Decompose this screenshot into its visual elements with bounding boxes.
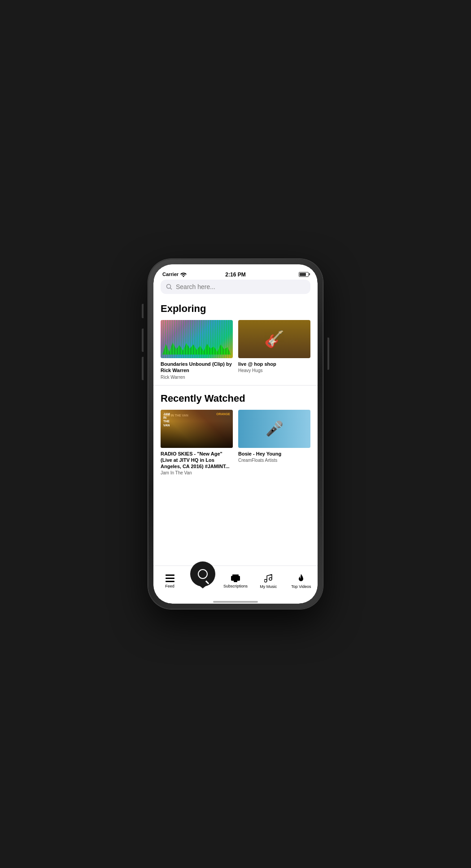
list-icon <box>166 574 174 583</box>
tab-topvideos-label: Top Videos <box>291 584 311 589</box>
phone-frame: Carrier 2:16 PM <box>148 259 323 609</box>
svg-rect-6 <box>232 574 239 576</box>
card-hopshop-title: live @ hop shop <box>238 361 310 367</box>
card-bosie-title: Bosie - Hey Young <box>238 451 310 457</box>
content-area: Exploring Boundaries Unbound (Clip) by R… <box>153 298 318 566</box>
card-radioskies[interactable]: JAMINTHEVAN ORANGE RADIO SKIES - "New Ag… <box>161 410 233 476</box>
status-bar: Carrier 2:16 PM <box>153 264 318 280</box>
exploring-section: Exploring Boundaries Unbound (Clip) by R… <box>153 298 318 383</box>
search-icon <box>166 284 172 290</box>
thumb-hopshop <box>238 320 310 358</box>
music-icon <box>264 574 272 583</box>
card-boundaries[interactable]: Boundaries Unbound (Clip) by Rick Warren… <box>161 320 233 380</box>
tab-feed-label: Feed <box>165 584 174 588</box>
search-bar[interactable] <box>161 280 310 294</box>
recently-watched-title: Recently Watched <box>161 393 310 404</box>
tab-mymusic-label: My Music <box>260 584 277 589</box>
home-indicator[interactable] <box>213 601 258 603</box>
status-left: Carrier <box>162 272 187 277</box>
search-center-icon <box>198 569 208 579</box>
carrier-label: Carrier <box>162 272 179 277</box>
card-bosie-artist: CreamFloats Artists <box>238 458 310 463</box>
tab-mymusic[interactable]: My Music <box>252 574 285 589</box>
tab-search-center[interactable] <box>186 561 219 587</box>
flame-icon <box>297 574 305 583</box>
card-boundaries-artist: Rick Warren <box>161 375 233 380</box>
recently-watched-cards: JAMINTHEVAN ORANGE RADIO SKIES - "New Ag… <box>161 410 310 476</box>
card-radioskies-title: RADIO SKIES - "New Age" (Live at JITV HQ… <box>161 451 233 470</box>
card-hopshop-artist: Heavy Hugs <box>238 368 310 373</box>
exploring-cards: Boundaries Unbound (Clip) by Rick Warren… <box>161 320 310 380</box>
search-center-button[interactable] <box>190 561 215 587</box>
tab-feed[interactable]: Feed <box>153 574 186 588</box>
section-divider <box>153 385 318 386</box>
svg-rect-3 <box>166 578 174 579</box>
recently-watched-section: Recently Watched JAMINTHEVAN ORANGE <box>153 387 318 479</box>
status-time: 2:16 PM <box>225 270 245 278</box>
tab-subscriptions[interactable]: Subscriptions <box>219 574 252 588</box>
card-hopshop[interactable]: live @ hop shop Heavy Hugs <box>238 320 310 380</box>
tab-bar: Feed Subscriptions <box>153 566 318 599</box>
svg-rect-2 <box>166 574 174 576</box>
card-bosie[interactable]: Bosie - Hey Young CreamFloats Artists <box>238 410 310 476</box>
status-right <box>299 272 309 277</box>
tab-topvideos[interactable]: Top Videos <box>285 574 318 589</box>
card-radioskies-artist: Jam In The Van <box>161 470 233 475</box>
thumb-radio: JAMINTHEVAN ORANGE <box>161 410 233 448</box>
phone-inner: Carrier 2:16 PM <box>153 264 318 604</box>
search-input[interactable] <box>176 283 305 290</box>
svg-rect-7 <box>234 581 237 582</box>
battery-icon <box>299 272 309 277</box>
thumb-boundaries <box>161 320 233 358</box>
exploring-title: Exploring <box>161 303 310 315</box>
svg-rect-5 <box>231 576 240 581</box>
wifi-icon <box>180 272 187 277</box>
subscriptions-icon <box>231 574 240 583</box>
thumb-bosie <box>238 410 310 448</box>
card-boundaries-title: Boundaries Unbound (Clip) by Rick Warren <box>161 361 233 374</box>
svg-line-1 <box>170 288 172 289</box>
screen: Carrier 2:16 PM <box>153 264 318 604</box>
svg-rect-4 <box>166 581 174 582</box>
tab-subscriptions-label: Subscriptions <box>223 584 248 588</box>
